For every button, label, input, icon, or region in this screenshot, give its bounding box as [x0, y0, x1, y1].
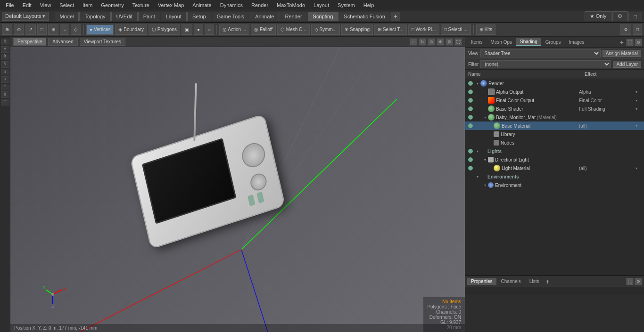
tab-shading[interactable]: Shading [516, 38, 541, 46]
tab-images[interactable]: Images [565, 39, 588, 46]
meshc-button[interactable]: ⬡ Mesh C... [277, 24, 310, 35]
boundary-button[interactable]: ◈ Boundary [115, 24, 147, 35]
tool-diamond[interactable]: ◇ [71, 24, 81, 35]
select-t-button[interactable]: ⊞ Select T... [374, 24, 407, 35]
tool-arrow[interactable]: ↗ [25, 24, 36, 35]
view-dropdown[interactable]: Shader Tree [480, 49, 601, 57]
tree-row-directional-light[interactable]: ▾ Directional Light [465, 155, 644, 164]
add-right-tab-button[interactable]: + [620, 39, 624, 46]
falloff-button[interactable]: ◎ Falloff [251, 24, 276, 35]
tab-paint[interactable]: Paint [138, 12, 160, 21]
fullscreen-button[interactable]: □ [628, 12, 642, 21]
tool-grid[interactable]: ⊞ [48, 24, 58, 35]
add-layer-button[interactable]: Add Layer [613, 61, 641, 68]
tab-mesh-ops[interactable]: Mesh Ops [487, 39, 516, 46]
tab-lists[interactable]: Lists [526, 278, 543, 285]
menu-edit[interactable]: Edit [19, 1, 35, 9]
tab-setup[interactable]: Setup [187, 12, 211, 21]
viewport-home-icon[interactable]: ⌂ [410, 38, 417, 46]
tree-row-light-material[interactable]: Light Material (all) ▾ [465, 164, 644, 172]
sidebar-item-du[interactable]: Du... [1, 46, 9, 53]
polygons-button[interactable]: ⬡ Polygons [149, 24, 180, 35]
tool-sphere[interactable]: ● [194, 24, 203, 35]
tab-schematicfusion[interactable]: Schematic Fusion [339, 12, 390, 21]
sidebar-item-uv[interactable]: UV... [1, 91, 9, 98]
visibility-eye-render[interactable] [467, 80, 474, 87]
expand-arrow-render[interactable]: ▾ [475, 81, 480, 86]
viewport-orbit-icon[interactable]: ↻ [419, 38, 426, 46]
menu-help[interactable]: Help [360, 1, 378, 9]
sidebar-item-me[interactable]: Me... [1, 54, 9, 60]
viewport-pan-icon[interactable]: ✥ [437, 38, 444, 46]
tool-box2[interactable]: ▣ [182, 24, 192, 35]
tree-row-library[interactable]: Library [465, 130, 644, 138]
expand-arrow-babymonitor[interactable]: ▾ [482, 115, 488, 120]
viewport-zoom-icon[interactable]: ⊕ [428, 38, 435, 46]
sidebar-item-ve[interactable]: Ve... [1, 61, 9, 68]
viewport-tab-advanced[interactable]: Advanced [48, 38, 77, 46]
menu-vertexmap[interactable]: Vertex Map [154, 1, 188, 9]
menu-texture[interactable]: Texture [129, 1, 153, 9]
expand-arrow-dirlight[interactable]: ▾ [482, 158, 488, 162]
tree-row-baby-monitor[interactable]: ▾ Baby_Monitor_Mat (Material) [465, 113, 644, 121]
viewport-settings-button[interactable]: ⚙ [620, 24, 631, 35]
vertices-button[interactable]: ● Vertices [86, 24, 114, 35]
filter-dropdown[interactable]: (none) [480, 60, 611, 68]
visibility-eye-lights[interactable] [467, 148, 474, 154]
sidebar-item-de[interactable]: De... [1, 39, 9, 45]
tree-row-environment[interactable]: ▾ Environment [465, 181, 644, 189]
tool-box[interactable]: □ [37, 24, 47, 35]
visibility-eye-alpha[interactable] [467, 89, 474, 95]
only-button[interactable]: ★ Only [585, 11, 612, 21]
tab-items[interactable]: Items [467, 39, 486, 46]
assign-material-button[interactable]: Assign Material [603, 50, 641, 57]
tool-circle2[interactable]: ○ [60, 24, 69, 35]
visibility-eye-lightmaterial[interactable] [467, 165, 474, 171]
effect-dropdown-baseshader[interactable]: ▾ [636, 107, 642, 111]
selecti-button[interactable]: □ Selecti ... [441, 24, 471, 35]
layout-dropdown[interactable]: Default Layouts ▾ [2, 12, 49, 21]
right-panel-settings-icon[interactable]: ⚙ [635, 39, 642, 46]
menu-system[interactable]: System [334, 1, 359, 9]
tree-row-base-shader[interactable]: Base Shader Full Shading ▾ [465, 105, 644, 113]
viewport-layout-button[interactable]: □ [633, 24, 642, 35]
tree-row-base-material[interactable]: Base Material (all) ▾ [465, 121, 644, 130]
right-panel-expand-icon[interactable]: ⛶ [626, 39, 634, 46]
bottom-expand-icon[interactable]: ⛶ [626, 278, 634, 285]
tree-row-render[interactable]: ▾ ● Render [465, 79, 644, 88]
menu-item[interactable]: Item [79, 1, 96, 9]
menu-layout[interactable]: Layout [310, 1, 333, 9]
viewport-tab-textures[interactable]: Viewport Textures [80, 38, 125, 46]
effect-dropdown-lightmaterial[interactable]: ▾ [636, 166, 642, 170]
viewport-settings-icon[interactable]: ⚙ [446, 38, 453, 46]
effect-dropdown-finalcolor[interactable]: ▾ [636, 98, 642, 103]
sidebar-item-c[interactable]: C... [1, 84, 9, 90]
expand-arrow-lights[interactable]: ▾ [475, 149, 480, 154]
expand-arrow-environment[interactable]: ▾ [482, 183, 488, 187]
expand-arrow-env[interactable]: ▾ [475, 175, 480, 179]
menu-view[interactable]: View [36, 1, 55, 9]
viewport-tab-perspective[interactable]: Perspective [13, 38, 46, 46]
tree-row-nodes[interactable]: Nodes [465, 138, 644, 147]
tab-animate[interactable]: Animate [250, 12, 279, 21]
settings-button[interactable]: ⚙ [612, 11, 627, 21]
tab-topology[interactable]: Topology [79, 12, 110, 21]
sidebar-item-f[interactable]: F... [1, 99, 9, 105]
viewport-expand-icon[interactable]: ⛶ [454, 38, 462, 46]
menu-render[interactable]: Render [248, 1, 272, 9]
effect-dropdown-basematerial[interactable]: ▾ [636, 124, 642, 128]
menu-geometry[interactable]: Geometry [97, 1, 127, 9]
tab-groups[interactable]: Groups [542, 39, 565, 46]
tool-sphere2[interactable]: ○ [205, 24, 214, 35]
tab-properties[interactable]: Properties [467, 278, 496, 285]
tool-circle[interactable]: ⊙ [14, 24, 24, 35]
tab-render[interactable]: Render [280, 12, 307, 21]
tree-row-alpha-output[interactable]: Alpha Output Alpha ▾ [465, 88, 644, 96]
visibility-eye-babymonitor[interactable] [467, 114, 474, 121]
tree-row-lights[interactable]: ▾ Lights [465, 147, 644, 155]
viewport-3d[interactable]: X Y Z No Items Polygons : Face Channels:… [10, 47, 465, 332]
menu-animate[interactable]: Animate [189, 1, 215, 9]
tab-scripting[interactable]: Scripting [308, 12, 339, 21]
bottom-settings-icon[interactable]: ⚙ [635, 278, 642, 285]
visibility-eye-baseshader[interactable] [467, 105, 474, 112]
